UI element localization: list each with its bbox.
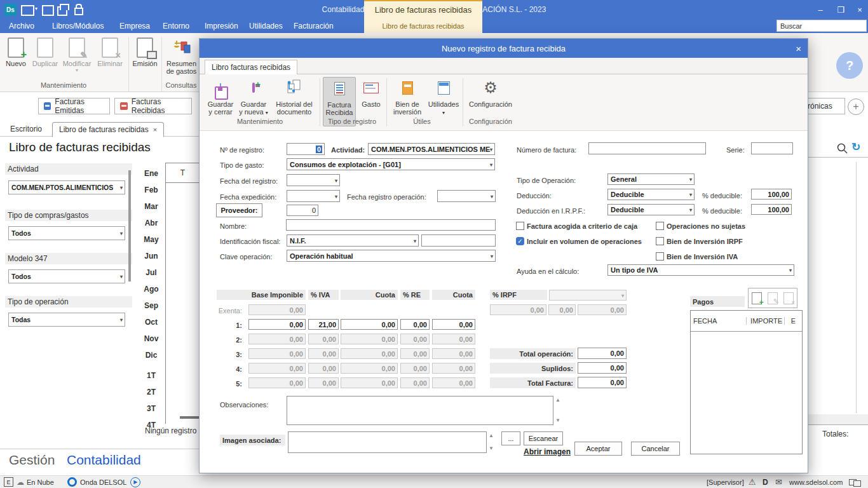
escanear-button[interactable]: Escanear xyxy=(524,431,563,445)
delete-payment-icon[interactable]: × xyxy=(783,292,794,304)
en-nube-status[interactable]: ☁En Nube xyxy=(17,476,54,488)
pagos-header-e[interactable]: E xyxy=(785,317,802,325)
quarter-1t[interactable]: 1T xyxy=(141,371,161,380)
facturas-electronicas-button-partial[interactable]: rónicas xyxy=(802,98,845,114)
month-jul[interactable]: Jul xyxy=(141,268,161,277)
bien-inversion-iva-checkbox[interactable] xyxy=(656,252,664,261)
total-operacion-input[interactable]: 0,00 xyxy=(578,348,627,359)
help-button[interactable]: ? xyxy=(836,52,863,79)
base-input-5[interactable]: 0,00 xyxy=(248,377,306,388)
numero-factura-input[interactable] xyxy=(588,142,706,154)
dialog-tab-libro-facturas-recibidas[interactable]: Libro facturas recibidas xyxy=(205,60,297,74)
cuota-iva-input-3[interactable]: 0,00 xyxy=(341,348,398,359)
pagos-header-fecha[interactable]: FECHA xyxy=(691,317,747,325)
onda-delsol-status[interactable]: Onda DELSOL ▶ xyxy=(67,476,140,488)
duplicar-button[interactable]: Duplicar xyxy=(31,36,60,67)
add-circle-icon[interactable]: + xyxy=(848,98,864,115)
re-input-3[interactable]: 0,00 xyxy=(400,348,430,359)
menu-libros-modulos[interactable]: Libros/Módulos xyxy=(46,19,110,33)
identificacion-fiscal-select[interactable]: N.I.F.▾ xyxy=(287,234,419,247)
month-oct[interactable]: Oct xyxy=(141,318,161,327)
menu-empresa[interactable]: Empresa xyxy=(113,19,156,33)
actividad-select[interactable]: COM.MEN.PTOS.ALIMENTICIOS ME▾ xyxy=(368,143,495,155)
tab-escritorio[interactable]: Escritorio xyxy=(4,122,48,136)
quarter-3t[interactable]: 3T xyxy=(141,404,161,413)
pct-deducible-irpf-input[interactable]: 100,00 xyxy=(751,204,792,215)
modificar-button[interactable]: ✎ Modificar ▾ xyxy=(61,36,93,73)
back-folder-icon[interactable] xyxy=(42,5,54,16)
maximize-button[interactable]: ❒ xyxy=(831,0,850,19)
criterio-caja-checkbox[interactable] xyxy=(516,222,524,230)
historial-documento-button[interactable]: Historial deldocumento xyxy=(271,77,317,116)
re-input-2[interactable]: 0,00 xyxy=(400,334,430,344)
minimize-button[interactable]: – xyxy=(811,0,830,19)
menu-archivo[interactable]: Archivo xyxy=(3,19,41,33)
cuota-re-input-5[interactable]: 0,00 xyxy=(432,377,475,388)
month-ene[interactable]: Ene xyxy=(141,169,161,178)
tab-libro-facturas-recibidas[interactable]: Libro de facturas recibidas × xyxy=(52,122,164,137)
website-link[interactable]: www.sdelsol.com xyxy=(789,476,843,488)
mail-icon[interactable]: ✉ xyxy=(775,476,782,488)
menu-facturacion[interactable]: Facturación xyxy=(287,19,340,33)
num-registro-input[interactable]: 0 xyxy=(287,143,325,155)
re-input-4[interactable]: 0,00 xyxy=(400,363,430,374)
cuota-re-input-1[interactable]: 0,00 xyxy=(432,319,475,330)
browse-image-button[interactable]: ... xyxy=(501,431,520,445)
total-factura-input[interactable]: 0,00 xyxy=(578,377,627,388)
exenta-irpf-input-3[interactable]: 0,00 xyxy=(578,304,627,315)
guardar-y-nueva-button[interactable]: + Guardary nueva ▾ xyxy=(238,77,269,117)
nuevo-button[interactable]: + Nuevo xyxy=(3,36,29,67)
emision-button[interactable]: Emisión xyxy=(131,36,159,67)
pct-deducible-input[interactable]: 100,00 xyxy=(751,189,792,200)
filter-tipo-compras-select[interactable]: Todos▾ xyxy=(8,226,125,240)
e-status-icon[interactable]: E xyxy=(4,476,13,488)
facturas-emitidas-button[interactable]: Facturas Emitidas xyxy=(38,98,110,114)
resumen-gastos-button[interactable]: Resumende gastos xyxy=(164,36,199,75)
base-input-2[interactable]: 0,00 xyxy=(248,334,306,344)
month-nov[interactable]: Nov xyxy=(141,334,161,343)
fecha-registro-operacion-select[interactable]: ▾ xyxy=(437,190,496,202)
dialog-close-button[interactable]: × xyxy=(796,39,801,58)
eliminar-button[interactable]: × Eliminar xyxy=(95,36,125,67)
month-dic[interactable]: Dic xyxy=(141,351,161,360)
warning-icon[interactable]: ⚠ xyxy=(749,476,756,488)
bien-de-inversion-button[interactable]: Bien deinversión xyxy=(390,77,425,116)
fecha-registro-select[interactable]: ▾ xyxy=(287,174,340,186)
guardar-y-cerrar-button[interactable]: Guardary cerrar xyxy=(205,77,236,116)
identificacion-fiscal-input[interactable] xyxy=(421,234,496,247)
base-input-1[interactable]: 0,00 xyxy=(248,319,306,330)
cuota-iva-input-4[interactable]: 0,00 xyxy=(341,363,398,374)
grid-horizontal-scrollbar[interactable] xyxy=(180,416,199,419)
module-tab-gestion[interactable]: Gestión xyxy=(9,452,55,468)
menu-impresion[interactable]: Impresión xyxy=(198,19,245,33)
calendar-icon[interactable] xyxy=(21,5,34,16)
scroll-up-icon[interactable]: ▲ xyxy=(555,397,560,403)
base-input-4[interactable]: 0,00 xyxy=(248,363,306,374)
exenta-base-input[interactable]: 0,00 xyxy=(248,304,306,315)
edit-payment-icon[interactable]: ✎ xyxy=(768,292,778,304)
operaciones-no-sujetas-checkbox[interactable] xyxy=(656,222,664,230)
iva-input-1[interactable]: 21,00 xyxy=(308,319,339,330)
base-input-3[interactable]: 0,00 xyxy=(248,348,306,359)
gasto-toggle[interactable]: Gasto xyxy=(358,77,384,108)
exenta-irpf-input-2[interactable]: 0,00 xyxy=(548,304,576,315)
irpf-select[interactable]: ▾ xyxy=(549,290,627,301)
month-feb[interactable]: Feb xyxy=(141,186,161,194)
facturas-recibidas-button[interactable]: Facturas Recibidas xyxy=(114,98,192,114)
quarter-2t[interactable]: 2T xyxy=(141,388,161,396)
scroll-down-icon[interactable]: ▼ xyxy=(489,445,494,451)
month-sep[interactable]: Sep xyxy=(141,301,161,310)
search-icon[interactable] xyxy=(836,142,849,158)
deduccion-select[interactable]: Deducible▾ xyxy=(607,189,695,200)
iva-input-3[interactable]: 0,00 xyxy=(308,348,339,359)
clave-operacion-select[interactable]: Operación habitual▾ xyxy=(287,250,496,262)
cancelar-button[interactable]: Cancelar xyxy=(631,442,680,456)
filter-tipo-operacion-select[interactable]: Todas▾ xyxy=(8,313,125,327)
cuota-iva-input-1[interactable]: 0,00 xyxy=(341,319,398,330)
iva-input-2[interactable]: 0,00 xyxy=(308,334,339,344)
aceptar-button[interactable]: Aceptar xyxy=(574,442,622,456)
re-input-5[interactable]: 0,00 xyxy=(400,377,430,388)
add-payment-icon[interactable]: + xyxy=(752,292,762,304)
calendar-dropdown-icon[interactable]: ▾ xyxy=(35,6,37,11)
proveedor-button[interactable]: Proveedor: xyxy=(216,203,262,217)
